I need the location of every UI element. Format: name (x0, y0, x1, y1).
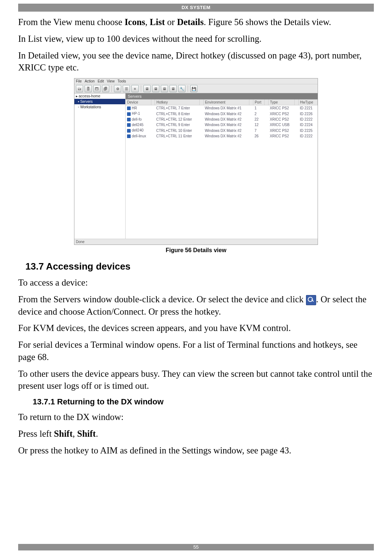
menu-item[interactable]: Action (85, 79, 95, 83)
cell-env: Windows DX Matrix #2 (203, 117, 249, 122)
text-bold: Details (177, 17, 204, 27)
heading-accessing-devices: 13.7 Accessing devices (25, 261, 374, 272)
page-number: 55 (18, 544, 374, 550)
text: . (96, 429, 98, 439)
toolbar-separator (141, 85, 141, 92)
toolbar-button[interactable]: ⚙ (114, 85, 121, 92)
cell-type: XRICC PS2 (268, 117, 294, 122)
device-icon (127, 118, 131, 121)
tree-label: Workstations (80, 105, 101, 109)
device-icon (127, 129, 131, 133)
paragraph-detailed-view: In Detailed view, you see the device nam… (18, 49, 374, 74)
text: , (73, 429, 77, 439)
paragraph-aim: Or press the hotkey to AIM as defined in… (18, 444, 374, 457)
toolbar-button[interactable]: ☰ (123, 85, 130, 92)
table-row[interactable]: dell-linuxCTRL+CTRL 11 EnterWindows DX M… (126, 133, 318, 139)
toolbar-button[interactable]: 🗐 (102, 85, 109, 92)
paragraph-press-shift: Press left Shift, Shift. (18, 428, 374, 440)
menu-item[interactable]: Edit (98, 79, 104, 83)
text-bold: Icons (124, 17, 145, 27)
cell-env: Windows DX Matrix #2 (203, 122, 249, 128)
paragraph-return: To return to the DX window: (18, 411, 374, 423)
cell-hotkey: CTRL+CTRL 7 Enter (155, 105, 200, 111)
cell-type: XRICC PS2 (268, 128, 294, 133)
pane-title: Servers (126, 93, 318, 100)
window-toolbar: 🗂 🗄 🗔 🗐 ⚙ ☰ ≡ 🖥 🖥 🖥 🖥 🔧 💾 (74, 84, 318, 93)
device-icon (127, 123, 131, 127)
paragraph-kvm: For KVM devices, the devices screen appe… (18, 322, 374, 334)
cell-hw: ID 2226 (298, 111, 317, 116)
cell-port: 1 (253, 105, 265, 111)
col-sep (249, 100, 253, 105)
paragraph-busy: To other users the device appears busy. … (18, 368, 374, 392)
tree-node-servers[interactable]: ▪ Servers (74, 99, 125, 104)
nav-tree[interactable]: ▸ access-home ▪ Servers ▫ Workstations (74, 93, 126, 239)
figure-screenshot: File Action Edit View Tools 🗂 🗄 🗔 🗐 ⚙ ☰ … (74, 78, 318, 245)
toolbar-separator (188, 85, 188, 92)
paragraph-list-view: In List view, view up to 100 devices wit… (18, 33, 374, 45)
devices-table: Device Hotkey Environment Port Type HwTy… (126, 100, 318, 139)
col-device[interactable]: Device (126, 100, 151, 105)
paragraph-to-access: To access a device: (18, 277, 374, 289)
menu-item[interactable]: File (76, 79, 82, 83)
cell-env: Windows DX Matrix #2 (203, 133, 249, 139)
window-menubar: File Action Edit View Tools (74, 78, 318, 84)
toolbar-button[interactable]: 🗂 (76, 85, 83, 92)
tree-label: access-home (79, 94, 100, 98)
table-row[interactable]: HRCTRL+CTRL 7 EnterWindows DX Matrix #11… (126, 105, 318, 111)
toolbar-separator (111, 85, 112, 92)
cell-env: Windows DX Matrix #2 (203, 111, 249, 116)
table-row[interactable]: HP-1CTRL+CTRL 8 EnterWindows DX Matrix #… (126, 111, 318, 116)
cell-hotkey: CTRL+CTRL 9 Enter (155, 122, 200, 128)
menu-item[interactable]: View (107, 79, 115, 83)
toolbar-button[interactable]: 🖥 (143, 85, 151, 92)
cell-hotkey: CTRL+CTRL 10 Enter (155, 128, 200, 133)
cell-type: XRICC PS2 (268, 105, 294, 111)
toolbar-button[interactable]: 💾 (190, 85, 197, 92)
tree-label: Servers (80, 100, 93, 104)
toolbar-button[interactable]: 🔧 (178, 85, 185, 92)
toolbar-button[interactable]: 🗔 (93, 85, 101, 92)
col-environment[interactable]: Environment (203, 100, 249, 105)
toolbar-button[interactable]: 🖥 (170, 85, 177, 92)
table-row[interactable]: dell-foCTRL+CTRL 12 EnterWindows DX Matr… (126, 117, 318, 122)
toolbar-button[interactable]: ≡ (131, 85, 139, 92)
device-icon (127, 134, 131, 138)
col-sep (151, 100, 155, 105)
table-row[interactable]: dell240CTRL+CTRL 10 EnterWindows DX Matr… (126, 128, 318, 133)
cell-device: HR (126, 105, 151, 111)
cell-device: dell-fo (126, 117, 151, 122)
table-row[interactable]: dell245CTRL+CTRL 9 EnterWindows DX Matri… (126, 122, 318, 128)
heading-returning: 13.7.1 Returning to the DX window (33, 397, 374, 407)
page-footer: 55 (18, 544, 374, 550)
cell-hw: ID 2221 (298, 105, 317, 111)
cell-device: dell245 (126, 122, 151, 128)
tree-node-root[interactable]: ▸ access-home (74, 93, 125, 99)
col-sep (265, 100, 268, 105)
toolbar-button[interactable]: 🖥 (152, 85, 159, 92)
toolbar-button[interactable]: 🗄 (85, 85, 92, 92)
col-type[interactable]: Type (268, 100, 294, 105)
col-sep (200, 100, 203, 105)
status-bar: Done (74, 239, 318, 245)
cell-type: XRICC USB (268, 122, 294, 128)
toolbar-button[interactable]: 🖥 (161, 85, 168, 92)
col-port[interactable]: Port (253, 100, 265, 105)
paragraph-serial: For serial devices a Terminal window ope… (18, 339, 374, 363)
col-hotkey[interactable]: Hotkey (155, 100, 200, 105)
paragraph-view-menu: From the View menu choose Icons, List or… (18, 16, 374, 28)
col-hwtype[interactable]: HwType (298, 100, 317, 105)
cell-type: XRICC PS2 (268, 111, 294, 116)
figure-caption: Figure 56 Details view (18, 247, 374, 254)
connect-icon[interactable] (306, 295, 316, 305)
text: Press left (18, 429, 54, 439)
cell-device: HP-1 (126, 111, 151, 116)
col-sep (295, 100, 298, 105)
cell-hotkey: CTRL+CTRL 8 Enter (155, 111, 200, 116)
text: , (145, 17, 150, 27)
page-header: DX SYSTEM (18, 4, 374, 12)
tree-node-workstations[interactable]: ▫ Workstations (74, 104, 125, 110)
text: . Figure 56 shows the Details view. (204, 17, 331, 27)
menu-item[interactable]: Tools (118, 79, 126, 83)
cell-hw: ID 2222 (298, 117, 317, 122)
